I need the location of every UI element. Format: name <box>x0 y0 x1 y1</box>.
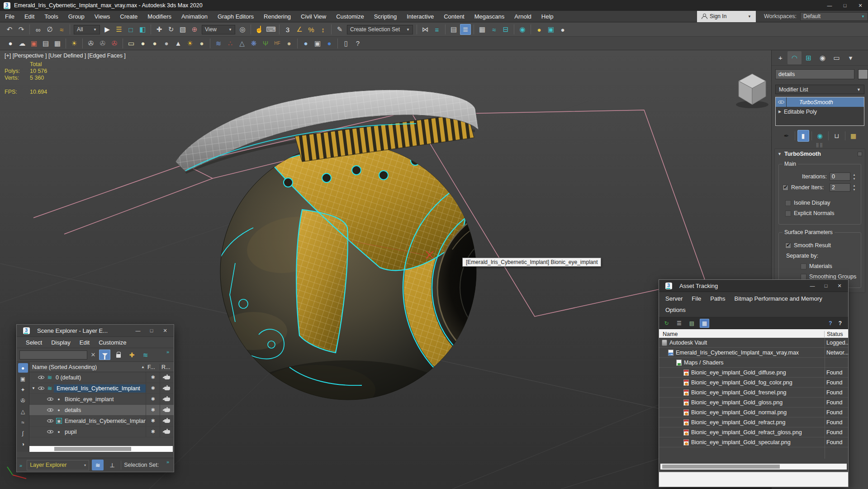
name-column-header[interactable]: Name (Sorted Ascending) <box>29 364 140 370</box>
filter-geometry-icon[interactable]: ▣ <box>18 374 28 384</box>
renderable-teapot-icon[interactable] <box>160 416 174 426</box>
maximize-icon[interactable]: □ <box>146 326 157 335</box>
render-presets-icon[interactable]: ▦ <box>52 38 63 49</box>
menu-arnold[interactable]: Arnold <box>509 11 536 22</box>
remove-modifier-icon[interactable]: ⊔ <box>831 130 843 142</box>
scene-explorer-column-headers[interactable]: Name (Sorted Ascending) ▲ F... R... <box>29 362 174 372</box>
horizontal-scrollbar[interactable] <box>29 446 173 452</box>
scene-explorer-titlebar[interactable]: Scene Explorer - Layer E... — □ ✕ <box>17 325 174 337</box>
tab-hierarchy[interactable]: ⊞ <box>802 51 816 64</box>
visibility-eye-icon[interactable] <box>38 385 45 392</box>
smoothing-groups-checkbox[interactable] <box>801 274 806 280</box>
explorer-mode-dropdown[interactable]: Layer Explorer ▾ <box>27 460 89 470</box>
horizontal-scrollbar[interactable] <box>660 464 847 470</box>
redo-icon[interactable]: ↷ <box>16 24 27 35</box>
freeze-icon[interactable]: ✱ <box>146 383 160 393</box>
scrollbar-thumb[interactable] <box>662 465 780 469</box>
select-and-link-icon[interactable]: ∞ <box>33 24 43 35</box>
menu-file[interactable]: File <box>0 11 19 22</box>
minimize-icon[interactable]: — <box>822 0 837 11</box>
asset-row[interactable]: Bionic_eye_implant_Gold_diffuse.pngFound <box>659 368 848 378</box>
select-by-name-icon[interactable]: ☰ <box>114 24 124 35</box>
spinner-snap-toggle-icon[interactable]: ↕ <box>318 24 328 35</box>
filter-materials-icon[interactable]: ◑ <box>18 439 28 449</box>
camera-icon[interactable]: ✇ <box>85 38 96 49</box>
asset-row[interactable]: Bionic_eye_implant_Gold_specular.pngFoun… <box>659 437 848 447</box>
mirror-icon[interactable]: ⋈ <box>420 24 431 35</box>
iterations-field[interactable]: 0 <box>830 173 850 181</box>
tab-create[interactable]: + <box>773 51 787 64</box>
material-editor-dialog-icon[interactable]: ▣ <box>28 38 39 49</box>
menu-civil-view[interactable]: Civil View <box>296 11 331 22</box>
modifier-visibility-cell[interactable] <box>776 97 787 107</box>
menu-interactive[interactable]: Interactive <box>402 11 439 22</box>
vray-light-plane-icon[interactable]: ▭ <box>126 38 137 49</box>
scene-row[interactable]: ▣Emerald_Iris_Cybernetic_Implant✱ <box>29 416 174 427</box>
asset-menu-file[interactable]: File <box>687 293 706 304</box>
close-icon[interactable]: ✕ <box>853 0 868 11</box>
frozen-column-header[interactable]: F... <box>146 364 160 370</box>
freeze-icon[interactable]: ✱ <box>146 427 160 437</box>
object-name-field[interactable] <box>775 69 854 79</box>
scene-menu-display[interactable]: Display <box>47 337 75 348</box>
renderable-teapot-icon[interactable] <box>160 427 174 437</box>
modifier-stack-row[interactable]: ▶Editable Poly <box>776 107 864 116</box>
filter-display-all-icon[interactable]: ● <box>18 363 28 373</box>
render-setup-dialog-icon[interactable]: ▤ <box>40 38 51 49</box>
asset-row[interactable]: Autodesk VaultLogged... <box>659 338 848 348</box>
vray-fur-icon[interactable]: ❋ <box>248 38 259 49</box>
table-view-icon[interactable]: ▦ <box>700 319 709 328</box>
use-pivot-point-center-icon[interactable]: ◎ <box>237 24 248 35</box>
maximize-icon[interactable]: □ <box>820 281 832 290</box>
vray-dome-light-icon[interactable]: ● <box>138 38 148 49</box>
freeze-icon[interactable]: ✱ <box>146 416 160 426</box>
select-and-manipulate-icon[interactable]: ☝ <box>254 24 265 35</box>
help-icon[interactable]: ? <box>829 320 832 326</box>
materials-checkbox[interactable] <box>801 264 806 269</box>
toggle-ribbon-icon[interactable]: ▦ <box>477 24 488 35</box>
keyboard-shortcut-override-icon[interactable]: ⌨ <box>266 24 276 35</box>
add-layer-button[interactable]: ✚ <box>126 350 138 360</box>
scrollbar-thumb[interactable] <box>54 447 131 451</box>
vray-blue-sphere-icon[interactable]: ● <box>300 38 311 49</box>
angle-snap-toggle-icon[interactable]: ∠ <box>294 24 305 35</box>
vray-tower-icon[interactable]: △ <box>237 38 247 49</box>
asset-tracking-titlebar[interactable]: Asset Tracking — □ ✕ <box>659 280 848 292</box>
footer-chevron-icon[interactable]: » <box>19 462 24 468</box>
maximize-icon[interactable]: □ <box>837 0 853 11</box>
vray-ellipse-icon[interactable]: ● <box>196 38 207 49</box>
asset-menu-server[interactable]: Server <box>661 293 687 304</box>
render-iters-checkbox[interactable] <box>783 185 788 191</box>
vray-dr-sphere-icon[interactable]: ● <box>324 38 335 49</box>
scene-menu-edit[interactable]: Edit <box>75 337 94 348</box>
overflow-chevron-icon[interactable]: » <box>166 348 171 355</box>
toggle-scene-explorer-icon[interactable]: ▤ <box>448 24 459 35</box>
vray-particles-icon[interactable]: ∴ <box>225 38 236 49</box>
menu-rendering[interactable]: Rendering <box>259 11 296 22</box>
asset-row[interactable]: Bionic_eye_implant_Gold_normal.pngFound <box>659 408 848 417</box>
tab-modify[interactable]: ◠ <box>787 51 802 64</box>
snap-toggle-3d-icon[interactable]: 3 <box>282 24 293 35</box>
filter-bones-icon[interactable]: ∫ <box>18 428 28 438</box>
reference-coordinate-dropdown[interactable]: View▼ <box>202 25 235 34</box>
search-input[interactable] <box>19 350 87 360</box>
tab-display[interactable]: ▭ <box>830 51 844 64</box>
hierarchy-view-button[interactable]: ⊥ <box>106 460 118 470</box>
asset-row[interactable]: Bionic_eye_implant_Gold_refract.pngFound <box>659 417 848 427</box>
expander-icon[interactable]: ▼ <box>30 386 37 390</box>
details-view-icon[interactable]: ▤ <box>687 319 697 328</box>
menu-edit[interactable]: Edit <box>19 11 39 22</box>
window-crossing-toggle-icon[interactable]: ◧ <box>137 24 148 35</box>
scene-row[interactable]: ●pupil✱ <box>29 427 174 437</box>
asset-row[interactable]: Emerald_Iris_Cybernetic_Implant_max_vray… <box>659 348 848 358</box>
visibility-eye-icon[interactable] <box>38 374 45 381</box>
menu-content[interactable]: Content <box>439 11 470 22</box>
vray-sun-icon[interactable]: ☀ <box>185 38 195 49</box>
unlink-selection-icon[interactable]: ∅ <box>44 24 55 35</box>
vray-cone-icon[interactable]: ▲ <box>173 38 184 49</box>
scene-row[interactable]: ≋0 (default)✱ <box>29 372 174 383</box>
asset-menu-paths[interactable]: Paths <box>706 293 730 304</box>
material-editor-icon[interactable]: ◉ <box>517 24 528 35</box>
named-selection-set-dropdown[interactable]: Create Selection Set▼ <box>347 25 413 34</box>
pin-stack-icon[interactable]: ✒ <box>781 130 792 142</box>
